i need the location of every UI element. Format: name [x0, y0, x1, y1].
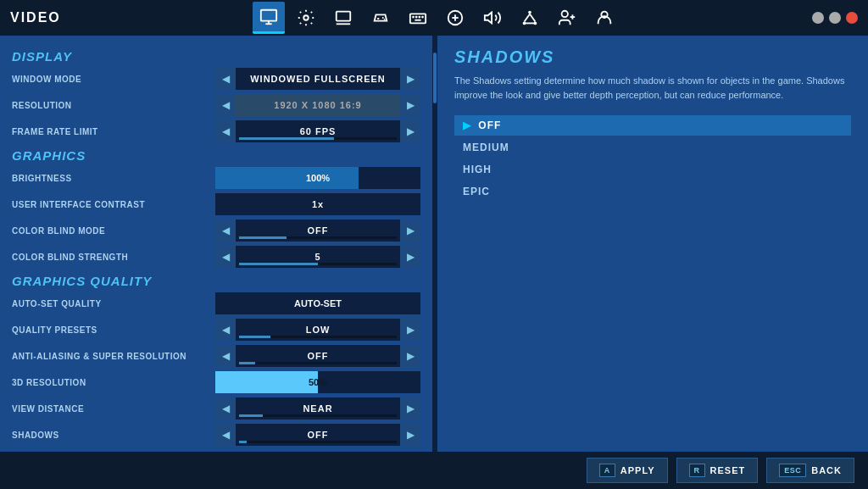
nav-display[interactable]	[327, 2, 359, 34]
nav-monitor[interactable]	[253, 2, 285, 34]
color-blind-mode-value: OFF	[236, 219, 400, 242]
setting-color-blind-strength: COLOR BLIND STRENGTH ◀ 5 ▶	[12, 245, 420, 269]
setting-resolution: RESOLUTION ◀ 1920 X 1080 16:9 ▶	[12, 93, 420, 117]
option-high[interactable]: HIGH	[454, 159, 851, 180]
setting-window-mode: WINDOW MODE ◀ WINDOWED FULLSCREEN ▶	[12, 67, 420, 91]
3d-resolution-control: 50%	[215, 371, 420, 393]
nav-keyboard[interactable]	[402, 2, 434, 34]
back-label: BACK	[811, 465, 842, 475]
back-key: ESC	[779, 464, 806, 477]
frame-rate-right-arrow[interactable]: ▶	[400, 120, 420, 142]
resolution-label: RESOLUTION	[12, 101, 215, 110]
close-button[interactable]	[846, 12, 858, 24]
option-epic[interactable]: EPIC	[454, 181, 851, 202]
quality-presets-right-arrow[interactable]: ▶	[400, 319, 420, 341]
quality-presets-left-arrow[interactable]: ◀	[215, 319, 236, 341]
resolution-left-arrow[interactable]: ◀	[215, 94, 236, 116]
antialiasing-control: ◀ OFF ▶	[215, 345, 420, 367]
color-blind-strength-right-arrow[interactable]: ▶	[400, 246, 420, 268]
nav-settings[interactable]	[290, 2, 322, 34]
setting-color-blind-mode: COLOR BLIND MODE ◀ OFF ▶	[12, 219, 420, 242]
svg-line-24	[530, 14, 535, 21]
bottom-bar: A APPLY R RESET ESC BACK	[0, 452, 868, 489]
3d-resolution-value[interactable]: 50%	[215, 371, 420, 393]
svg-point-26	[561, 11, 567, 17]
resolution-value: 1920 X 1080 16:9	[236, 94, 400, 116]
window-mode-control: ◀ WINDOWED FULLSCREEN ▶	[215, 68, 420, 90]
back-button[interactable]: ESC BACK	[766, 458, 854, 483]
ui-contrast-label: USER INTERFACE CONTRAST	[12, 200, 215, 209]
setting-shadows: SHADOWS ◀ OFF ▶	[12, 423, 420, 447]
antialiasing-right-arrow[interactable]: ▶	[400, 345, 420, 367]
antialiasing-value: OFF	[236, 345, 400, 367]
color-blind-mode-label: COLOR BLIND MODE	[12, 226, 215, 236]
window-mode-right-arrow[interactable]: ▶	[400, 68, 420, 90]
shadows-right-arrow[interactable]: ▶	[400, 424, 420, 446]
right-panel: SHADOWS The Shadows setting determine ho…	[437, 36, 868, 452]
minimize-button[interactable]	[812, 12, 824, 24]
view-distance-value: NEAR	[236, 397, 400, 420]
window-controls	[812, 12, 858, 24]
section-display: DISPLAY	[12, 49, 420, 64]
quality-presets-label: QUALITY PRESETS	[12, 325, 215, 335]
nav-friends[interactable]	[551, 2, 583, 34]
color-blind-strength-control: ◀ 5 ▶	[215, 246, 420, 268]
option-epic-label: EPIC	[463, 186, 490, 197]
apply-key: A	[599, 464, 615, 477]
view-distance-left-arrow[interactable]: ◀	[215, 397, 236, 420]
detail-description: The Shadows setting determine how much s…	[454, 74, 851, 102]
antialiasing-label: ANTI-ALIASING & SUPER RESOLUTION	[12, 352, 215, 361]
nav-audio[interactable]	[476, 2, 509, 34]
svg-marker-19	[485, 13, 492, 24]
maximize-button[interactable]	[829, 12, 841, 24]
frame-rate-left-arrow[interactable]: ◀	[215, 120, 236, 142]
brightness-control: 100%	[215, 167, 420, 189]
shadows-left-arrow[interactable]: ◀	[215, 424, 236, 446]
option-list: ▶ OFF MEDIUM HIGH EPIC	[454, 115, 851, 202]
setting-frame-rate: FRAME RATE LIMIT ◀ 60 FPS ▶	[12, 119, 420, 143]
color-blind-mode-control: ◀ OFF ▶	[215, 219, 420, 242]
svg-point-20	[528, 11, 531, 14]
scrollbar-thumb[interactable]	[433, 53, 437, 103]
option-medium[interactable]: MEDIUM	[454, 137, 851, 158]
nav-account[interactable]	[588, 2, 620, 34]
svg-point-3	[303, 15, 309, 20]
title-bar: VIDEO	[0, 0, 868, 36]
auto-quality-value: AUTO-SET	[215, 292, 420, 314]
color-blind-mode-right-arrow[interactable]: ▶	[400, 219, 420, 242]
brightness-value[interactable]: 100%	[215, 167, 420, 189]
brightness-label: BRIGHTNESS	[12, 174, 215, 183]
reset-button[interactable]: R RESET	[676, 458, 759, 483]
resolution-right-arrow[interactable]: ▶	[400, 94, 420, 116]
svg-rect-10	[410, 14, 426, 23]
detail-title: SHADOWS	[454, 47, 851, 67]
main-content: DISPLAY WINDOW MODE ◀ WINDOWED FULLSCREE…	[0, 36, 868, 452]
window-mode-label: WINDOW MODE	[12, 75, 215, 84]
view-distance-right-arrow[interactable]: ▶	[400, 397, 420, 420]
color-blind-strength-left-arrow[interactable]: ◀	[215, 246, 236, 268]
selected-arrow: ▶	[463, 119, 471, 131]
frame-rate-value: 60 FPS	[236, 120, 400, 142]
reset-key: R	[689, 464, 705, 477]
section-graphics: GRAPHICS	[12, 148, 420, 163]
option-high-label: HIGH	[463, 164, 492, 175]
antialiasing-left-arrow[interactable]: ◀	[215, 345, 236, 367]
svg-rect-0	[261, 9, 276, 20]
nav-icons	[253, 2, 620, 34]
window-mode-left-arrow[interactable]: ◀	[215, 68, 236, 90]
nav-gamepad[interactable]	[439, 2, 471, 34]
nav-controller[interactable]	[364, 2, 397, 34]
option-off-label: OFF	[478, 119, 501, 131]
setting-ui-contrast: USER INTERFACE CONTRAST 1x	[12, 192, 420, 216]
ui-contrast-control: 1x	[215, 193, 420, 215]
apply-button[interactable]: A APPLY	[587, 458, 668, 483]
window-mode-value: WINDOWED FULLSCREEN	[236, 68, 400, 90]
shadows-label: SHADOWS	[12, 431, 215, 440]
svg-point-9	[384, 19, 386, 20]
setting-view-distance: VIEW DISTANCE ◀ NEAR ▶	[12, 397, 420, 420]
color-blind-mode-left-arrow[interactable]: ◀	[215, 219, 236, 242]
setting-auto-quality: AUTO-SET QUALITY AUTO-SET	[12, 292, 420, 315]
option-off[interactable]: ▶ OFF	[454, 115, 851, 136]
nav-network[interactable]	[514, 2, 546, 34]
page-title: VIDEO	[10, 10, 61, 25]
